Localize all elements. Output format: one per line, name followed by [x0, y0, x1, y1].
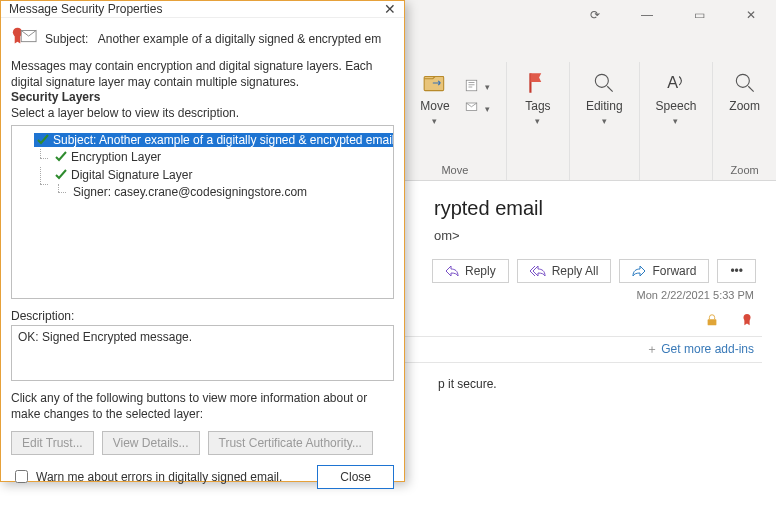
- tags-button[interactable]: Tags▾: [519, 66, 557, 130]
- dialog-close-button[interactable]: ✕: [384, 1, 396, 17]
- speech-label: Speech: [656, 99, 697, 113]
- maximize-button[interactable]: ▭: [680, 8, 718, 22]
- window-controls: ⟳ — ▭ ✕: [576, 8, 776, 22]
- warn-label: Warn me about errors in digitally signed…: [36, 470, 282, 484]
- actions-button[interactable]: ▾: [464, 100, 494, 118]
- minimize-button[interactable]: —: [628, 8, 666, 22]
- reply-all-button[interactable]: Reply All: [517, 259, 612, 283]
- ribbon-group-move: Move▾ ▾ ▾ Move: [404, 62, 507, 180]
- editing-button[interactable]: Editing▾: [582, 66, 627, 130]
- security-layers-heading: Security Layers: [11, 90, 394, 106]
- view-details-button[interactable]: View Details...: [102, 431, 200, 455]
- ribbon-group-move-label: Move: [441, 158, 468, 176]
- message-security-dialog: Message Security Properties ✕ Subject: A…: [0, 0, 405, 482]
- rules-button[interactable]: ▾: [464, 78, 494, 96]
- lock-icon: [705, 313, 719, 327]
- select-hint: Select a layer below to view its descrip…: [11, 106, 394, 122]
- mail-from: om>: [434, 228, 460, 243]
- svg-point-5: [736, 74, 749, 87]
- forward-button[interactable]: Forward: [619, 259, 709, 283]
- forward-icon: [632, 265, 646, 277]
- folder-move-icon: [422, 70, 448, 96]
- svg-rect-6: [707, 319, 716, 325]
- speech-icon: A: [663, 70, 689, 96]
- edit-trust-button[interactable]: Edit Trust...: [11, 431, 94, 455]
- reply-icon: [445, 265, 459, 277]
- zoom-icon: [732, 70, 758, 96]
- ribbon-group-editing: Editing▾: [570, 62, 640, 180]
- zoom-button[interactable]: Zoom: [725, 66, 764, 117]
- editing-label: Editing: [586, 99, 623, 113]
- reply-button[interactable]: Reply: [432, 259, 509, 283]
- footer-row: Warn me about errors in digitally signed…: [11, 465, 394, 489]
- ribbon-group-zoom-label: Zoom: [731, 158, 759, 176]
- layers-tree[interactable]: Subject: Another example of a digitally …: [11, 125, 394, 299]
- move-button[interactable]: Move▾: [416, 66, 454, 130]
- svg-rect-1: [466, 80, 477, 91]
- dialog-title: Message Security Properties: [9, 2, 162, 16]
- zoom-label: Zoom: [729, 99, 760, 113]
- tree-node-subject[interactable]: Subject: Another example of a digitally …: [34, 133, 394, 147]
- search-icon: [591, 70, 617, 96]
- signed-ribbon-icon: [740, 313, 754, 327]
- actions-icon: [464, 100, 482, 118]
- ellipsis-icon: •••: [730, 264, 743, 278]
- dialog-titlebar: Message Security Properties ✕: [1, 1, 404, 18]
- flag-icon: [525, 70, 551, 96]
- reply-all-icon: [530, 265, 546, 277]
- check-icon: [55, 151, 67, 163]
- subject-value: Another example of a digitally signed & …: [98, 32, 382, 46]
- tree-node-signature[interactable]: Digital Signature Layer: [52, 168, 195, 182]
- warn-checkbox-input[interactable]: [15, 470, 28, 483]
- close-button[interactable]: Close: [317, 465, 394, 489]
- tags-label: Tags: [525, 99, 550, 113]
- close-button[interactable]: ✕: [732, 8, 770, 22]
- check-icon: [37, 134, 49, 146]
- tree-node-encryption[interactable]: Encryption Layer: [52, 150, 164, 164]
- sync-icon[interactable]: ⟳: [576, 8, 614, 22]
- subject-label: Subject:: [45, 32, 88, 46]
- explain-text: Messages may contain encryption and digi…: [11, 59, 394, 90]
- check-icon: [55, 169, 67, 181]
- move-label: Move: [420, 99, 449, 113]
- button-row: Edit Trust... View Details... Trust Cert…: [11, 431, 394, 455]
- speech-button[interactable]: A Speech▾: [652, 66, 701, 130]
- description-label: Description:: [11, 309, 394, 323]
- rules-icon: [464, 78, 482, 96]
- certificate-ribbon-icon: [11, 26, 37, 51]
- ribbon-group-speech: A Speech▾: [640, 62, 714, 180]
- warn-checkbox[interactable]: Warn me about errors in digitally signed…: [11, 467, 282, 486]
- svg-point-3: [596, 74, 609, 87]
- ribbon-group-tags: Tags▾: [507, 62, 570, 180]
- ribbon-group-zoom: Zoom Zoom: [713, 62, 776, 180]
- subject-row: Subject: Another example of a digitally …: [11, 26, 394, 51]
- svg-text:A: A: [667, 73, 678, 91]
- more-actions-button[interactable]: •••: [717, 259, 756, 283]
- svg-point-7: [744, 314, 751, 321]
- tree-node-signer[interactable]: Signer: casey.crane@codesigningstore.com: [70, 185, 310, 199]
- mail-subject: rypted email: [434, 197, 762, 220]
- click-hint: Click any of the following buttons to vi…: [11, 391, 394, 422]
- trust-ca-button[interactable]: Trust Certificate Authority...: [208, 431, 373, 455]
- description-box: OK: Signed Encrypted message.: [11, 325, 394, 381]
